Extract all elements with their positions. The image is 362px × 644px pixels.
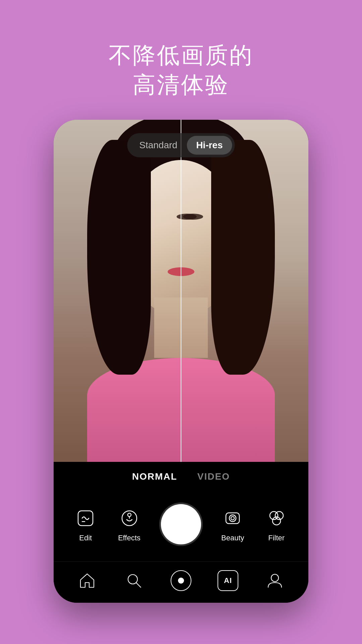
edit-control[interactable]: Edit <box>73 506 98 542</box>
label-standard: Standard <box>130 136 187 155</box>
nav-profile[interactable] <box>263 569 287 593</box>
tab-normal[interactable]: NORMAL <box>132 471 177 482</box>
shutter-button[interactable] <box>161 504 201 544</box>
effects-icon <box>117 506 141 530</box>
nav-home[interactable] <box>75 569 99 593</box>
beauty-control[interactable]: Beauty <box>221 506 245 542</box>
effects-control[interactable]: Effects <box>117 506 141 542</box>
filter-icon <box>264 506 289 530</box>
bottom-nav: AI <box>54 561 308 603</box>
headline-line2: 高清体验 <box>109 70 253 99</box>
camera-nav-icon <box>171 570 191 591</box>
headline-line1: 不降低画质的 <box>109 40 253 70</box>
svg-point-7 <box>231 517 234 520</box>
beauty-label: Beauty <box>221 534 244 542</box>
camera-controls: Edit Effects <box>54 487 308 561</box>
label-hires: Hi-res <box>187 136 232 155</box>
svg-point-6 <box>229 515 236 522</box>
effects-label: Effects <box>118 534 140 542</box>
headline: 不降低画质的 高清体验 <box>109 40 253 100</box>
shutter-control[interactable] <box>161 504 201 544</box>
nav-search[interactable] <box>122 569 146 593</box>
svg-point-3 <box>128 513 131 517</box>
svg-line-12 <box>136 583 141 587</box>
eye-right <box>183 214 203 220</box>
mode-tabs: NORMAL VIDEO <box>54 462 308 487</box>
nav-camera[interactable] <box>169 569 193 593</box>
tab-video[interactable]: VIDEO <box>197 471 230 482</box>
photo-area: Standard Hi-res <box>54 120 308 462</box>
profile-icon <box>266 572 284 589</box>
comparison-labels: Standard Hi-res <box>127 133 235 157</box>
phone-mockup: Standard Hi-res NORMAL VIDEO Edit <box>54 120 308 603</box>
filter-control[interactable]: Filter <box>264 506 289 542</box>
edit-icon <box>73 506 98 530</box>
camera-nav-dot <box>178 578 184 584</box>
svg-point-13 <box>271 574 279 582</box>
comparison-divider <box>181 120 181 462</box>
edit-label: Edit <box>79 534 92 542</box>
ai-badge: AI <box>218 570 238 591</box>
camera-ui: NORMAL VIDEO Edit <box>54 462 308 603</box>
beauty-icon <box>221 506 245 530</box>
ai-label: AI <box>224 576 232 585</box>
filter-label: Filter <box>268 534 285 542</box>
search-icon <box>125 572 143 589</box>
home-icon <box>78 572 96 589</box>
hair-right <box>211 140 275 375</box>
nav-ai[interactable]: AI <box>216 569 240 593</box>
hair-left <box>87 140 151 375</box>
